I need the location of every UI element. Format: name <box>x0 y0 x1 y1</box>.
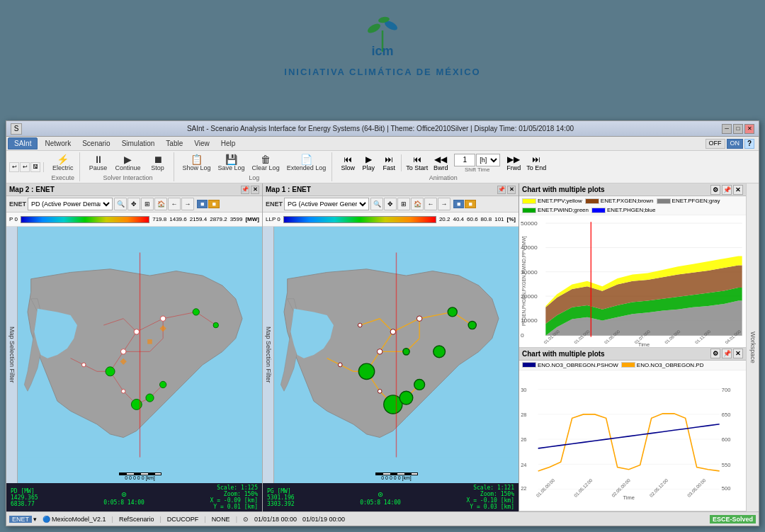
menu-table[interactable]: Table <box>160 138 188 149</box>
minimize-button[interactable]: ─ <box>722 124 732 134</box>
map2-tool-5[interactable]: ← <box>424 198 437 210</box>
time-value-input[interactable] <box>454 154 475 166</box>
map2-filter-label: ENET <box>266 200 283 208</box>
map1-pin[interactable]: 📌 <box>241 186 249 194</box>
map2-title: Map 1 : ENET <box>266 186 311 193</box>
chart1-settings[interactable]: ⚙ <box>710 185 720 195</box>
to-end-button[interactable]: ⏭ To End <box>524 152 548 174</box>
chart-block-2: Chart with multiple plots ⚙ 📌 ✕ ENO.NO3_… <box>519 348 746 512</box>
map1-footer-zoom: Zoom: 150% <box>224 491 258 497</box>
map2-tool-2[interactable]: ✥ <box>384 198 397 210</box>
quick-btn-1[interactable]: ↩ <box>9 162 19 172</box>
map2-header: Map 1 : ENET 📌 ✕ <box>263 183 518 196</box>
menu-simulation[interactable]: Simulation <box>116 138 161 149</box>
map2-tool-6[interactable]: → <box>438 198 450 210</box>
chart2-settings[interactable]: ⚙ <box>710 349 720 358</box>
chart1-header: Chart with multiple plots ⚙ 📌 ✕ <box>519 183 746 196</box>
map2-selection-filter[interactable]: Map Selection Filter <box>263 227 274 483</box>
animation-label: Animation <box>429 174 458 181</box>
svg-text:600: 600 <box>722 436 730 443</box>
map1-color2-btn[interactable]: ■ <box>208 200 219 208</box>
clear-log-button[interactable]: 🗑 Clear Log <box>249 152 283 174</box>
map2-tool-3[interactable]: ⊞ <box>397 198 410 210</box>
map2-variable-select[interactable]: PG (Active Power Generat... <box>284 198 369 210</box>
menu-scenario[interactable]: Scenario <box>76 138 115 149</box>
map1-footer: PD [MW] 1429.365 6838.77 ⊙ 0:05:8 14:00 … <box>6 483 262 511</box>
toolbar-on[interactable]: ON <box>727 139 744 149</box>
legend-pfgen: ENET.PFGEN;gray <box>657 198 720 204</box>
save-log-button[interactable]: 💾 Save Log <box>215 152 248 174</box>
stop-button[interactable]: ⏹ Stop <box>145 152 171 174</box>
map1-tool-2[interactable]: ✥ <box>128 198 140 210</box>
status-separator-3: | <box>204 516 205 523</box>
map1-tool-3[interactable]: ⊞ <box>141 198 154 210</box>
maximize-button[interactable]: □ <box>733 124 743 134</box>
map2-footer-icon: ⊙ <box>378 489 382 499</box>
workspace-tab[interactable]: Workspace <box>746 183 759 511</box>
map2-color-btn[interactable]: ■ <box>453 200 464 208</box>
map1-selection-filter[interactable]: Map Selection Filter <box>6 227 18 483</box>
map1-tool-5[interactable]: ← <box>168 198 181 210</box>
map2-colorbar-v5: 101 <box>494 216 504 222</box>
legend-pxgen-color <box>585 198 599 204</box>
electric-button[interactable]: ⚡ Electric <box>50 152 76 174</box>
map1-close[interactable]: ✕ <box>251 186 259 194</box>
map2-view[interactable]: 0 0 0 0 0 [km] <box>274 227 518 483</box>
svg-text:icm: icm <box>371 44 393 58</box>
legend-phgen-color <box>591 208 606 213</box>
play-button[interactable]: ▶ Play <box>358 152 378 174</box>
status-separator-1: | <box>112 516 113 523</box>
map2-tool-4[interactable]: 🏠 <box>411 198 424 210</box>
map1-tool-1[interactable]: 🔍 <box>114 198 127 210</box>
chart1-close[interactable]: ✕ <box>733 185 743 195</box>
chart2-controls: ⚙ 📌 ✕ <box>710 349 743 358</box>
menu-view[interactable]: View <box>188 138 215 149</box>
map1-color-btn[interactable]: ■ <box>197 200 208 208</box>
map1-view[interactable]: 0 0 0 0 0 [km] <box>18 227 262 483</box>
menu-tab-saint[interactable]: SAInt <box>8 137 38 149</box>
chart2-pin[interactable]: 📌 <box>722 349 732 358</box>
bwrd-button[interactable]: ◀◀ Bwrd <box>431 152 450 174</box>
toolbar-toggle[interactable]: OFF <box>706 139 725 149</box>
chart2-close[interactable]: ✕ <box>733 349 743 358</box>
electric-icon: ⚡ <box>57 154 69 164</box>
app-window: S SAInt - Scenario Analysis Interface fo… <box>6 120 759 526</box>
right-panel: Chart with multiple plots ⚙ 📌 ✕ ENET.PPV… <box>519 183 759 511</box>
map1-tool-4[interactable]: 🏠 <box>154 198 167 210</box>
legend-ppv-label: ENET.PPV;yellow <box>538 198 582 204</box>
map2-color2-btn[interactable]: ■ <box>465 200 475 208</box>
map2-pin[interactable]: 📌 <box>497 186 506 194</box>
map1-title: Map 2 : ENET <box>9 186 55 193</box>
time-unit-select[interactable]: [h] [min] <box>476 154 500 166</box>
slow-button[interactable]: ⏮ Slow <box>338 152 358 174</box>
map1-footer-scale: Scale: 1:125 <box>217 485 258 491</box>
scenario-label: RefScenario <box>119 516 154 523</box>
frwd-button[interactable]: ▶▶ Frwd <box>504 152 523 174</box>
map2-footer-x: X = -0.10 [km] <box>467 497 514 504</box>
fast-icon: ⏭ <box>385 154 393 164</box>
main-content: Map 2 : ENET 📌 ✕ ENET PD (Active Power D… <box>6 183 759 511</box>
solved-badge: ESCE-Solved <box>710 515 756 523</box>
continue-button[interactable]: ▶ Continue <box>113 152 144 174</box>
help-button[interactable]: ? <box>744 139 754 149</box>
chart-panel: Chart with multiple plots ⚙ 📌 ✕ ENET.PPV… <box>519 183 746 511</box>
quick-btn-2[interactable]: ↩ <box>20 162 30 172</box>
to-start-button[interactable]: ⏮ To Start <box>404 152 430 174</box>
menu-network[interactable]: Network <box>39 138 76 149</box>
legend-pwind: ENET.PWIND;green <box>522 207 589 213</box>
map2-close[interactable]: ✕ <box>507 186 516 194</box>
menu-help[interactable]: Help <box>215 138 242 149</box>
close-button[interactable]: ✕ <box>744 124 754 134</box>
pause-button[interactable]: ⏸ Pause <box>86 152 111 174</box>
map1-tool-6[interactable]: → <box>181 198 194 210</box>
logo-area: icm INICIATIVA CLIMÁTICA DE MÉXICO <box>0 7 765 77</box>
fast-button[interactable]: ⏭ Fast <box>379 152 399 174</box>
map2-tool-1[interactable]: 🔍 <box>370 198 383 210</box>
to-start-icon: ⏮ <box>413 154 421 164</box>
map1-variable-select[interactable]: PD (Active Power Demand... <box>28 198 113 210</box>
map2-footer-var: PG [MW] <box>267 488 295 494</box>
quick-btn-3[interactable]: 🖫 <box>30 162 40 172</box>
chart1-pin[interactable]: 📌 <box>722 185 732 195</box>
show-log-button[interactable]: 📋 Show Log <box>180 152 214 174</box>
extended-log-button[interactable]: 📄 Extended Log <box>284 152 329 174</box>
